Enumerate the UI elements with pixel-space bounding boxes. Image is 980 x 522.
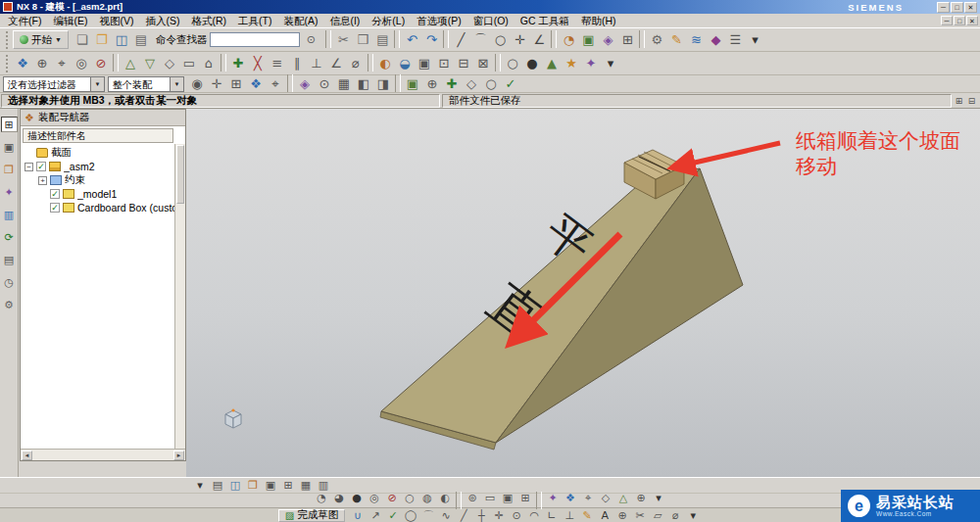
window-close-icon[interactable]: ✕ bbox=[964, 2, 977, 13]
more-icon[interactable]: ▾ bbox=[745, 30, 764, 49]
scroll-left-arrow[interactable]: ◄ bbox=[22, 451, 32, 460]
body-select-icon[interactable]: ◨ bbox=[373, 74, 393, 93]
grid-toggle-icon[interactable]: ⊞ bbox=[516, 492, 534, 504]
favorite-icon[interactable]: ★ bbox=[562, 54, 581, 72]
hide-icon[interactable]: ⊘ bbox=[91, 54, 111, 72]
dropdown-icon[interactable]: ▾ bbox=[191, 479, 209, 493]
tree-row[interactable]: ✓Cardboard Box (customi bbox=[21, 201, 185, 214]
search-icon[interactable]: ⊙ bbox=[303, 30, 318, 49]
menu-item-11[interactable]: GC 工具箱 bbox=[514, 14, 575, 27]
selection-filter-dropdown[interactable]: 没有选择过滤器 ▼ bbox=[3, 76, 105, 92]
menu-item-7[interactable]: 信息(I) bbox=[323, 14, 366, 27]
point-icon[interactable]: ✛ bbox=[510, 30, 529, 49]
menu-item-6[interactable]: 装配(A) bbox=[277, 14, 323, 27]
grid-snap-icon[interactable]: ⊞ bbox=[226, 74, 246, 93]
expand-icon[interactable]: + bbox=[38, 176, 47, 185]
circle-sketch-icon[interactable]: ◯ bbox=[402, 509, 419, 522]
arc-sketch-icon[interactable]: ⌒ bbox=[419, 509, 437, 522]
collapse-icon[interactable]: − bbox=[24, 163, 33, 171]
diameter-icon[interactable]: ⌀ bbox=[346, 54, 366, 72]
trim-icon[interactable]: △ bbox=[121, 54, 140, 72]
sketch-icon[interactable]: ◇ bbox=[160, 54, 179, 72]
save-icon[interactable]: ◫ bbox=[112, 30, 131, 49]
shaded-edges-icon[interactable]: ◔ bbox=[313, 492, 330, 504]
navigator-vertical-scrollbar[interactable] bbox=[174, 144, 185, 449]
redo-icon[interactable]: ↷ bbox=[421, 30, 441, 49]
display-list-icon[interactable]: ▤ bbox=[209, 479, 226, 493]
new-icon[interactable]: ❏ bbox=[73, 30, 92, 49]
perspective-icon[interactable]: ◇ bbox=[597, 492, 614, 504]
clip-section-icon[interactable]: ▭ bbox=[481, 492, 499, 504]
component-checkbox[interactable]: ✓ bbox=[50, 189, 60, 199]
vertex-icon[interactable]: ◈ bbox=[295, 74, 315, 93]
copy-icon[interactable]: ❒ bbox=[353, 30, 372, 49]
quadrant-icon[interactable]: ⊙ bbox=[315, 74, 334, 93]
arc-icon[interactable]: ⌒ bbox=[470, 30, 490, 49]
toolbar-grip[interactable] bbox=[6, 55, 10, 72]
nx-app-icon[interactable] bbox=[3, 2, 13, 12]
menu-item-12[interactable]: 帮助(H) bbox=[575, 14, 622, 27]
window-maximize-icon[interactable]: □ bbox=[951, 2, 963, 13]
profile-icon[interactable]: ∪ bbox=[349, 509, 367, 522]
ok-icon[interactable]: ✓ bbox=[384, 509, 402, 522]
collapse-icon[interactable]: ⊟ bbox=[454, 54, 473, 72]
add-component-icon[interactable]: ✚ bbox=[228, 54, 248, 72]
web-browser-icon[interactable]: ⟳ bbox=[1, 229, 18, 245]
undock-icon[interactable]: ⊟ bbox=[965, 95, 978, 107]
more-icon[interactable]: ▾ bbox=[650, 492, 667, 504]
concentric-icon[interactable]: ⊙ bbox=[508, 509, 525, 522]
wireframe-icon[interactable]: ◒ bbox=[395, 54, 415, 72]
graphics-viewport[interactable]: 平 直 纸箱顺着这个坡面 移动 bbox=[186, 109, 980, 477]
menu-item-4[interactable]: 格式(R) bbox=[185, 14, 232, 27]
circle-snap-icon[interactable]: ○ bbox=[481, 74, 501, 93]
component-checkbox[interactable]: ✓ bbox=[36, 162, 46, 171]
viewport-canvas[interactable]: 平 直 纸箱顺着这个坡面 移动 bbox=[186, 109, 980, 477]
snapshot-icon[interactable]: ▣ bbox=[499, 492, 516, 504]
zoom-icon[interactable]: ⊚ bbox=[464, 492, 481, 504]
tree-row[interactable]: +约束 bbox=[21, 173, 185, 187]
start-button[interactable]: 开始 ▼ bbox=[13, 30, 69, 49]
diamond-icon[interactable]: ◇ bbox=[462, 74, 481, 93]
constraint-navigator-icon[interactable]: ▣ bbox=[1, 139, 18, 155]
full-shaded-icon[interactable]: ● bbox=[348, 492, 366, 504]
chevron-down-icon[interactable]: ▼ bbox=[90, 77, 104, 91]
face-select-icon[interactable]: ▦ bbox=[334, 74, 354, 93]
rotate-center-icon[interactable]: ⌖ bbox=[579, 492, 597, 504]
tree-row[interactable]: −✓_asm2 bbox=[21, 160, 185, 173]
polygon-icon[interactable]: ▱ bbox=[649, 509, 666, 522]
system-materials-icon[interactable]: ◷ bbox=[1, 274, 18, 290]
edit-icon[interactable]: ✎ bbox=[666, 30, 686, 49]
vector-icon[interactable]: ↗ bbox=[367, 509, 384, 522]
window-split-icon[interactable]: ◫ bbox=[226, 479, 244, 493]
menu-item-5[interactable]: 工具(T) bbox=[232, 14, 277, 27]
rectangle-icon[interactable]: ▭ bbox=[179, 54, 199, 72]
expand-icon[interactable]: ⊕ bbox=[632, 492, 650, 504]
roles-icon[interactable]: ⚙ bbox=[1, 297, 18, 312]
view-orient-icon[interactable]: ❖ bbox=[13, 54, 32, 72]
fillet-icon[interactable]: ◠ bbox=[525, 509, 543, 522]
cone-icon[interactable]: ▲ bbox=[542, 54, 562, 72]
menu-item-2[interactable]: 视图(V) bbox=[93, 14, 139, 27]
layer-icon[interactable]: ⊡ bbox=[434, 54, 454, 72]
angle-icon[interactable]: ∠ bbox=[529, 30, 549, 49]
view-triad[interactable] bbox=[225, 408, 241, 428]
section-icon[interactable]: ▣ bbox=[415, 54, 434, 72]
child-window-close-icon[interactable]: ✕ bbox=[966, 16, 978, 25]
undo-icon[interactable]: ↶ bbox=[402, 30, 421, 49]
feature-icon[interactable]: ◆ bbox=[706, 30, 725, 49]
parallel-icon[interactable]: ∥ bbox=[287, 54, 307, 72]
toolbar-grip[interactable] bbox=[6, 31, 10, 49]
face-analysis-icon[interactable]: ◐ bbox=[436, 492, 454, 504]
sphere-icon[interactable]: ● bbox=[522, 54, 542, 72]
line-sketch-icon[interactable]: ╱ bbox=[455, 509, 472, 522]
pan-icon[interactable]: ◎ bbox=[72, 54, 91, 72]
true-shading-icon[interactable]: △ bbox=[614, 492, 632, 504]
hidden-edges-icon[interactable]: ⊘ bbox=[383, 492, 401, 504]
assembly-navigator-icon[interactable]: ⊞ bbox=[1, 117, 18, 132]
zoom-fit-icon[interactable]: ⊕ bbox=[32, 54, 52, 72]
line-icon[interactable]: ╱ bbox=[451, 30, 470, 49]
perpendicular-icon[interactable]: ⊥ bbox=[307, 54, 326, 72]
mirror-icon[interactable]: ▽ bbox=[140, 54, 160, 72]
history-palette-icon[interactable]: ▤ bbox=[1, 252, 18, 267]
hd3d-tools-icon[interactable]: ▥ bbox=[1, 207, 18, 222]
